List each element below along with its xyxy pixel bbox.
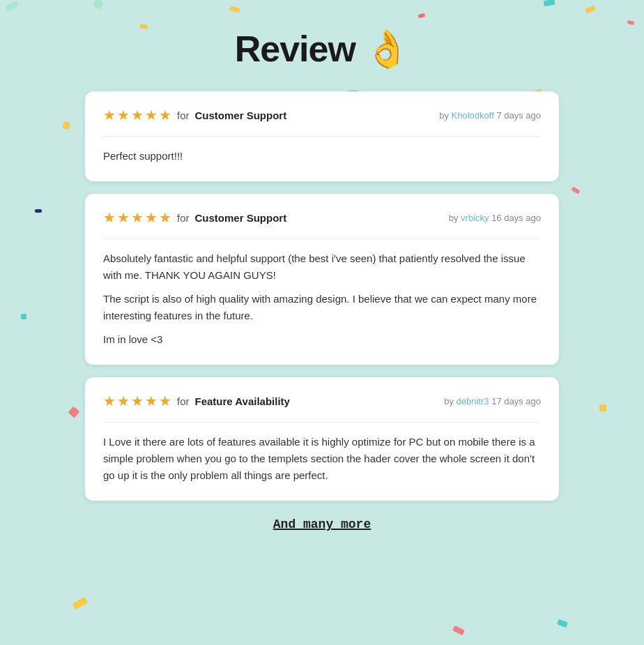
reviews-wrapper: ★★★★★forCustomer Supportby Kholodkoff 7 … xyxy=(85,91,559,501)
for-label: for xyxy=(177,395,190,407)
review-card: ★★★★★forFeature Availabilityby debnitr3 … xyxy=(85,377,559,501)
review-author[interactable]: vrbicky xyxy=(461,213,489,223)
review-header-left: ★★★★★forCustomer Support xyxy=(103,107,286,123)
confetti-piece xyxy=(72,597,88,610)
review-body: Perfect support!!! xyxy=(103,136,541,165)
star-icon: ★ xyxy=(145,209,158,226)
review-category: Customer Support xyxy=(195,212,287,224)
for-label: for xyxy=(177,212,190,224)
star-icon: ★ xyxy=(117,209,130,226)
star-icon: ★ xyxy=(145,393,158,409)
confetti-piece xyxy=(452,625,465,635)
review-card: ★★★★★forCustomer Supportby vrbicky 16 da… xyxy=(85,194,559,365)
review-text: Absolutely fantastic and helpful support… xyxy=(103,250,541,284)
for-label: for xyxy=(177,109,190,121)
review-body: Absolutely fantastic and helpful support… xyxy=(103,238,541,348)
review-text: Im in love <3 xyxy=(103,331,541,348)
review-body: I Love it there are lots of features ava… xyxy=(103,422,541,484)
star-icon: ★ xyxy=(159,209,171,226)
review-header: ★★★★★forCustomer Supportby vrbicky 16 da… xyxy=(103,209,541,226)
review-meta: by debnitr3 17 days ago xyxy=(444,396,541,407)
star-icon: ★ xyxy=(103,209,116,226)
star-icon: ★ xyxy=(103,393,116,409)
confetti-piece xyxy=(557,619,568,628)
review-author[interactable]: Kholodkoff xyxy=(452,110,494,121)
review-header-left: ★★★★★forFeature Availability xyxy=(103,393,290,409)
star-icon: ★ xyxy=(159,393,171,409)
star-icon: ★ xyxy=(159,107,171,123)
review-category: Customer Support xyxy=(195,109,287,121)
and-many-more-link[interactable]: And many more xyxy=(273,517,371,531)
star-icon: ★ xyxy=(131,393,144,409)
review-category: Feature Availability xyxy=(195,395,290,407)
page-title: Review 👌 xyxy=(235,28,410,70)
review-meta: by vrbicky 16 days ago xyxy=(449,213,541,223)
star-icon: ★ xyxy=(131,209,144,226)
review-author[interactable]: debnitr3 xyxy=(457,396,489,407)
star-rating: ★★★★★ xyxy=(103,393,171,409)
review-text: The script is also of high quality with … xyxy=(103,291,541,324)
review-card: ★★★★★forCustomer Supportby Kholodkoff 7 … xyxy=(85,91,559,181)
review-meta: by Kholodkoff 7 days ago xyxy=(439,110,541,121)
star-icon: ★ xyxy=(117,107,130,123)
review-text: I Love it there are lots of features ava… xyxy=(103,434,541,484)
star-rating: ★★★★★ xyxy=(103,107,171,123)
review-text: Perfect support!!! xyxy=(103,148,541,165)
review-header: ★★★★★forCustomer Supportby Kholodkoff 7 … xyxy=(103,107,541,123)
star-icon: ★ xyxy=(131,107,144,123)
star-icon: ★ xyxy=(117,393,130,409)
star-icon: ★ xyxy=(145,107,158,123)
star-icon: ★ xyxy=(103,107,116,123)
review-header-left: ★★★★★forCustomer Support xyxy=(103,209,286,226)
review-header: ★★★★★forFeature Availabilityby debnitr3 … xyxy=(103,393,541,409)
page-content: Review 👌 ★★★★★forCustomer Supportby Khol… xyxy=(0,0,644,559)
star-rating: ★★★★★ xyxy=(103,209,171,226)
